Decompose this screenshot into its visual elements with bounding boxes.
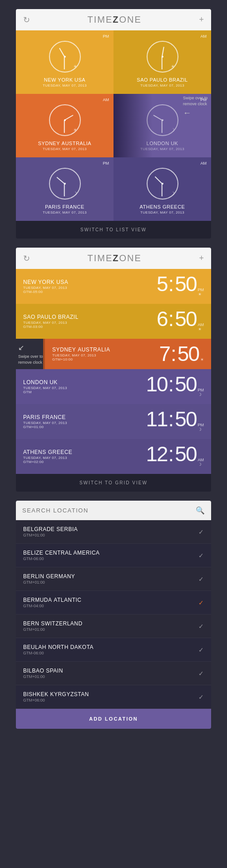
minute-hand-paris: [64, 184, 65, 196]
minutes-newyork: 50: [175, 273, 196, 294]
clock-sydney: ☀: [49, 104, 81, 136]
location-item-belgrade[interactable]: BELGRADE SERBIA GTM+01:00 ✓: [16, 520, 211, 544]
check-icon-berlin: ✓: [198, 575, 204, 583]
clock-cell-sydney: AM ☀ SYDNEY AUSTRALIA TUESDAY, MAY 07, 2…: [16, 94, 114, 157]
list-city-name-saopaulo: SAO PAULO BRAZIL: [23, 314, 157, 320]
location-info-berlin: BERLIN GERMANY GTM+01:00: [23, 573, 75, 585]
sun-icon-newyork: ☀: [73, 64, 77, 69]
location-item-berlin[interactable]: BERLIN GERMANY GTM+01:00 ✓: [16, 567, 211, 591]
hours-saopaulo: 6: [157, 308, 168, 329]
clock-cell-paris: PM ☽ PARIS FRANCE TUESDAY, MAY 07, 2013: [16, 157, 114, 221]
clock-paris: ☽: [49, 168, 81, 200]
loc-gtm-bern: GTM+01:00: [23, 627, 83, 632]
hours-athens: 12: [146, 444, 167, 464]
time-label-sydney: AM: [103, 98, 109, 102]
list-row-london: LONDON UK TUESDAY, MAY 07, 2013GTM 10 : …: [16, 369, 211, 404]
list-row-newyork: NEW YORK USA TUESDAY, MAY 07, 2013GTM-05…: [16, 269, 211, 304]
list-row-sydney: SYDNEY AUSTRALIA TUESDAY, MAY 07, 2013GT…: [43, 339, 211, 369]
moon-icon-list-athens: ☽: [198, 462, 202, 467]
search-bar[interactable]: 🔍: [16, 501, 211, 520]
time-list: NEW YORK USA TUESDAY, MAY 07, 2013GTM-05…: [16, 269, 211, 474]
location-info-beulah: BEULAH NORTH DAKOTA GTM-06:00: [23, 644, 94, 655]
suffix-newyork: PM ☀: [198, 288, 204, 299]
time-label-paris: PM: [103, 161, 109, 166]
moon-icon-athens: ☽: [171, 191, 175, 196]
list-app-header: ↻ TIMEZONE +: [16, 248, 211, 269]
moon-icon-london: ☽: [171, 127, 175, 132]
moon-icon-list-london: ☽: [198, 392, 202, 397]
loc-name-belgrade: BELGRADE SERBIA: [23, 526, 78, 532]
refresh-icon[interactable]: ↻: [23, 15, 30, 25]
minute-hand-saopaulo: [162, 57, 163, 69]
search-icon[interactable]: 🔍: [196, 506, 205, 515]
swipe-hint-grid: Swipe over to remove clock ←: [183, 95, 215, 119]
switch-to-list-button[interactable]: SWITCH TO LIST VIEW: [16, 221, 211, 239]
location-list: BELGRADE SERBIA GTM+01:00 ✓ BELIZE CENTR…: [16, 520, 211, 709]
swipe-hint-list: ↙ Swipe over to remove clock: [18, 343, 54, 366]
suffix-paris: PM ☽: [198, 423, 204, 434]
list-city-info-sydney: SYDNEY AUSTRALIA TUESDAY, MAY 07, 2013GT…: [52, 346, 159, 361]
hours-newyork: 5: [157, 273, 168, 294]
city-name-london: LONDON UK: [147, 141, 178, 146]
minutes-sydney: 50: [178, 343, 199, 364]
minute-hand-london: [162, 120, 163, 133]
time-label-saopaulo: AM: [201, 34, 207, 39]
clock-center-newyork: [64, 56, 66, 58]
add-location-button[interactable]: ADD LOCATION: [16, 709, 211, 729]
location-item-bishkek[interactable]: BISHKEK KYRGYZSTAN GTM+06:00 ✓: [16, 685, 211, 709]
city-date-athens: TUESDAY, MAY 07, 2013: [140, 210, 184, 215]
hours-paris: 11: [146, 409, 167, 429]
list-city-name-london: LONDON UK: [23, 379, 146, 385]
list-refresh-icon[interactable]: ↻: [23, 254, 30, 263]
list-time-athens: 12 : 50 AM ☽: [146, 444, 204, 469]
check-icon-bermuda: ✓: [198, 599, 204, 606]
search-location-section: 🔍 BELGRADE SERBIA GTM+01:00 ✓ BELIZE CEN…: [16, 501, 211, 729]
loc-name-bilbao: BILBAO SPAIN: [23, 668, 63, 674]
hour-hand-london: [153, 115, 162, 121]
location-item-beulah[interactable]: BEULAH NORTH DAKOTA GTM-06:00 ✓: [16, 638, 211, 662]
location-item-belize[interactable]: BELIZE CENTRAL AMERICA GTM-06:00 ✓: [16, 544, 211, 567]
minutes-paris: 50: [175, 409, 196, 429]
minute-hand-sydney: [64, 120, 65, 133]
loc-gtm-bermuda: GTM-04:00: [23, 604, 81, 608]
switch-to-grid-button[interactable]: SWITCH TO GRID VIEW: [16, 474, 211, 492]
add-icon[interactable]: +: [199, 15, 204, 24]
location-item-bilbao[interactable]: BILBAO SPAIN GTM+01:00 ✓: [16, 662, 211, 685]
colon-athens: :: [168, 444, 174, 464]
location-item-bermuda[interactable]: BERMUDA ATLANTIC GTM-04:00 ✓: [16, 591, 211, 614]
time-label-newyork: PM: [103, 34, 109, 39]
clock-center-paris: [64, 183, 66, 185]
list-add-icon[interactable]: +: [199, 254, 204, 263]
list-row-paris: PARIS FRANCE TUESDAY, MAY 07, 2013GTM+01…: [16, 404, 211, 439]
hours-sydney: 7: [159, 343, 170, 364]
minute-hand-newyork: [64, 57, 65, 69]
list-city-name-sydney: SYDNEY AUSTRALIA: [52, 346, 159, 353]
clock-grid: PM ☀ NEW YORK USA TUESDAY, MAY 07, 2013 …: [16, 30, 211, 221]
sun-icon-sydney: ☀: [73, 127, 77, 132]
list-city-info-newyork: NEW YORK USA TUESDAY, MAY 07, 2013GTM-05…: [23, 279, 157, 294]
location-item-bern[interactable]: BERN SWITZERLAND GTM+01:00 ✓: [16, 614, 211, 638]
list-date-newyork: TUESDAY, MAY 07, 2013GTM-05:00: [23, 286, 157, 294]
clock-saopaulo: ☀: [147, 41, 178, 73]
list-time-saopaulo: 6 : 50 AM ☀: [157, 308, 204, 334]
list-time-newyork: 5 : 50 PM ☀: [157, 273, 204, 299]
list-city-name-paris: PARIS FRANCE: [23, 414, 146, 420]
loc-name-beulah: BEULAH NORTH DAKOTA: [23, 644, 94, 650]
list-view-section: ↻ TIMEZONE + NEW YORK USA TUESDAY, MAY 0…: [16, 248, 211, 492]
clock-cell-saopaulo: AM ☀ SAO PAULO BRAZIL TUESDAY, MAY 07, 2…: [114, 30, 211, 94]
app-header: ↻ TIMEZONE +: [16, 9, 211, 30]
loc-name-bishkek: BISHKEK KYRGYZSTAN: [23, 691, 89, 697]
loc-gtm-belgrade: GTM+01:00: [23, 533, 78, 537]
sun-icon-list-saopaulo: ☀: [198, 327, 202, 332]
loc-gtm-berlin: GTM+01:00: [23, 580, 75, 585]
clock-cell-athens: AM ☽ ATHENS GREECE TUESDAY, MAY 07, 2013: [114, 157, 211, 221]
search-input[interactable]: [22, 507, 196, 514]
hour-hand-athens: [154, 176, 162, 184]
loc-gtm-bishkek: GTM+06:00: [23, 698, 89, 702]
moon-icon-list-paris: ☽: [198, 427, 202, 432]
hour-hand-paris: [56, 177, 64, 184]
suffix-athens: AM ☽: [198, 458, 204, 469]
location-info-bilbao: BILBAO SPAIN GTM+01:00: [23, 668, 63, 679]
minutes-saopaulo: 50: [175, 308, 196, 329]
sun-icon-list-newyork: ☀: [198, 292, 202, 297]
